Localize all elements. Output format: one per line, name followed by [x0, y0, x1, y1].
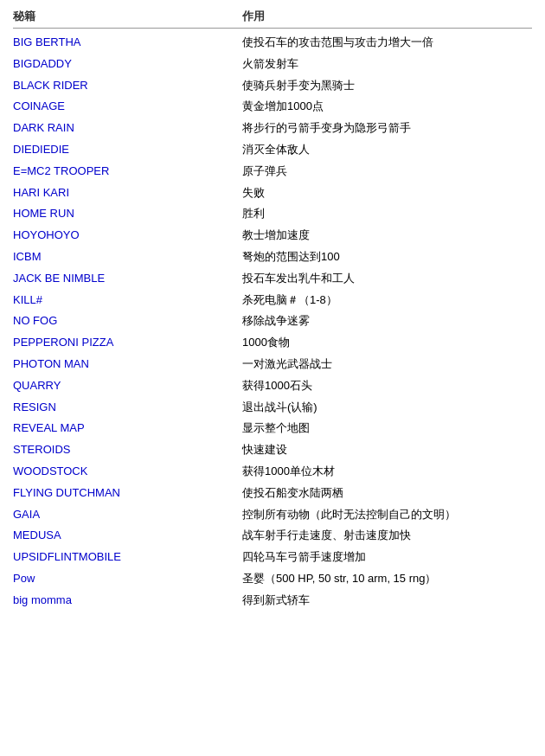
table-body: BIG BERTHA使投石车的攻击范围与攻击力增大一倍BIGDADDY火箭发射车…: [13, 32, 532, 612]
effect-cell: 使投石船变水陆两栖: [242, 484, 532, 503]
effect-cell: 四轮马车弓箭手速度增加: [242, 548, 532, 567]
code-cell: UPSIDFLINTMOBILE: [13, 548, 242, 567]
code-cell: WOODSTOCK: [13, 463, 242, 481]
table-row: HOYOHOYO教士增加速度: [13, 225, 532, 247]
effect-cell: 将步行的弓箭手变身为隐形弓箭手: [242, 119, 532, 138]
cheat-code-table: 秘籍 作用 BIG BERTHA使投石车的攻击范围与攻击力增大一倍BIGDADD…: [13, 9, 532, 612]
table-row: BLACK RIDER使骑兵射手变为黑骑士: [13, 75, 532, 97]
code-cell: BIG BERTHA: [13, 34, 242, 52]
code-cell: QUARRY: [13, 377, 242, 395]
code-cell: JACK BE NIMBLE: [13, 270, 242, 288]
code-cell: RESIGN: [13, 399, 242, 417]
effect-cell: 快速建设: [242, 441, 532, 459]
code-cell: PEPPERONI PIZZA: [13, 334, 242, 352]
code-cell: E=MC2 TROOPER: [13, 163, 242, 181]
code-cell: COINAGE: [13, 98, 242, 116]
effect-cell: 1000食物: [242, 334, 532, 352]
table-row: MEDUSA战车射手行走速度、射击速度加快: [13, 525, 532, 547]
effect-cell: 战车射手行走速度、射击速度加快: [242, 527, 532, 545]
effect-cell: 弩炮的范围达到100: [242, 248, 532, 266]
table-row: JACK BE NIMBLE投石车发出乳牛和工人: [13, 268, 532, 290]
code-cell: DARK RAIN: [13, 119, 242, 138]
code-cell: NO FOG: [13, 312, 242, 330]
code-cell: DIEDIEDIE: [13, 141, 242, 159]
code-cell: HOYOHOYO: [13, 227, 242, 245]
effect-cell: 显示整个地图: [242, 420, 532, 438]
effect-cell: 控制所有动物（此时无法控制自己的文明）: [242, 506, 532, 524]
effect-cell: 退出战斗(认输): [242, 399, 532, 417]
effect-cell: 一对激光武器战士: [242, 356, 532, 374]
table-row: FLYING DUTCHMAN使投石船变水陆两栖: [13, 483, 532, 504]
table-row: Pow圣婴（500 HP, 50 str, 10 arm, 15 rng）: [13, 568, 532, 590]
code-cell: big momma: [13, 592, 242, 610]
effect-cell: 得到新式轿车: [242, 592, 532, 610]
effect-cell: 使骑兵射手变为黑骑士: [242, 77, 532, 95]
table-row: DIEDIEDIE消灭全体敌人: [13, 139, 532, 161]
code-cell: Pow: [13, 570, 242, 588]
code-cell: STEROIDS: [13, 441, 242, 459]
table-row: PHOTON MAN一对激光武器战士: [13, 354, 532, 375]
effect-cell: 火箭发射车: [242, 55, 532, 74]
code-cell: GAIA: [13, 506, 242, 524]
table-row: BIGDADDY火箭发射车: [13, 54, 532, 75]
effect-cell: 消灭全体敌人: [242, 141, 532, 159]
effect-cell: 黄金增加1000点: [242, 98, 532, 116]
effect-cell: 圣婴（500 HP, 50 str, 10 arm, 15 rng）: [242, 570, 532, 588]
table-row: COINAGE黄金增加1000点: [13, 96, 532, 118]
table-row: GAIA控制所有动物（此时无法控制自己的文明）: [13, 504, 532, 526]
table-row: NO FOG移除战争迷雾: [13, 311, 532, 332]
effect-cell: 获得1000单位木材: [242, 463, 532, 481]
table-row: HOME RUN胜利: [13, 203, 532, 225]
code-cell: MEDUSA: [13, 527, 242, 545]
effect-cell: 原子弹兵: [242, 163, 532, 181]
header-code: 秘籍: [13, 9, 242, 24]
effect-cell: 教士增加速度: [242, 227, 532, 245]
code-cell: REVEAL MAP: [13, 420, 242, 438]
code-cell: FLYING DUTCHMAN: [13, 484, 242, 503]
table-row: QUARRY获得1000石头: [13, 375, 532, 397]
table-row: KILL#杀死电脑＃（1-8）: [13, 290, 532, 311]
effect-cell: 使投石车的攻击范围与攻击力增大一倍: [242, 34, 532, 52]
effect-cell: 获得1000石头: [242, 377, 532, 395]
code-cell: PHOTON MAN: [13, 356, 242, 374]
code-cell: BLACK RIDER: [13, 77, 242, 95]
effect-cell: 胜利: [242, 205, 532, 223]
table-row: RESIGN退出战斗(认输): [13, 397, 532, 419]
table-row: BIG BERTHA使投石车的攻击范围与攻击力增大一倍: [13, 32, 532, 54]
table-row: REVEAL MAP显示整个地图: [13, 418, 532, 439]
code-cell: HOME RUN: [13, 205, 242, 223]
table-header: 秘籍 作用: [13, 9, 532, 29]
effect-cell: 杀死电脑＃（1-8）: [242, 292, 532, 310]
table-row: E=MC2 TROOPER原子弹兵: [13, 161, 532, 183]
table-row: WOODSTOCK获得1000单位木材: [13, 461, 532, 483]
table-row: PEPPERONI PIZZA1000食物: [13, 332, 532, 354]
table-row: UPSIDFLINTMOBILE四轮马车弓箭手速度增加: [13, 547, 532, 568]
effect-cell: 投石车发出乳牛和工人: [242, 270, 532, 288]
table-row: ICBM弩炮的范围达到100: [13, 247, 532, 268]
code-cell: BIGDADDY: [13, 55, 242, 74]
effect-cell: 失败: [242, 184, 532, 202]
table-row: DARK RAIN将步行的弓箭手变身为隐形弓箭手: [13, 118, 532, 139]
table-row: big momma得到新式轿车: [13, 590, 532, 612]
header-effect: 作用: [242, 9, 532, 24]
code-cell: KILL#: [13, 292, 242, 310]
code-cell: HARI KARI: [13, 184, 242, 202]
code-cell: ICBM: [13, 248, 242, 266]
table-row: STEROIDS快速建设: [13, 439, 532, 461]
effect-cell: 移除战争迷雾: [242, 312, 532, 330]
table-row: HARI KARI失败: [13, 183, 532, 204]
